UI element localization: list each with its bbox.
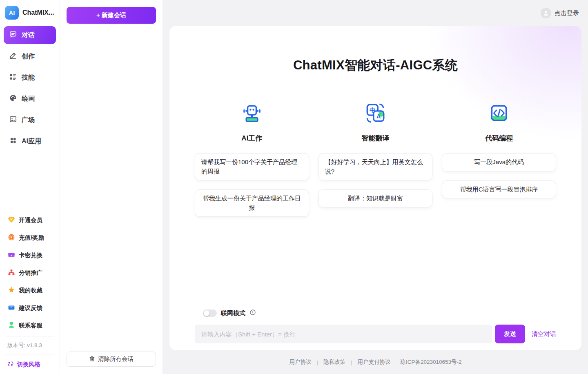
code-icon xyxy=(488,102,510,124)
send-button[interactable]: 发送 xyxy=(495,325,525,343)
gallery-icon xyxy=(9,115,17,125)
suggestion-chips: 【好好学习，天天向上】用英文怎么说? 翻译：知识就是财富 xyxy=(318,153,433,208)
coin-icon: ¥ xyxy=(8,234,15,242)
skills-icon xyxy=(9,73,17,82)
divider xyxy=(5,336,54,336)
sidebar-item-membership[interactable]: 开通会员 xyxy=(4,211,56,229)
footer: 用户协议 | 隐私政策 | 用户支付协议 琼ICP备2023010653号-2 xyxy=(163,350,588,374)
info-icon[interactable] xyxy=(249,309,256,317)
palette-icon xyxy=(9,94,17,104)
feature-ai-work: AI工作 请帮我写一份100个字关于产品经理的周报 帮我生成一份关于产品经理的工… xyxy=(195,102,309,217)
app-root: AI ChatMIX... 对话 创作 技能 绘画 广场 xyxy=(0,0,588,374)
footer-link-privacy-policy[interactable]: 隐私政策 xyxy=(323,358,345,366)
sec-item-label: 开通会员 xyxy=(19,216,42,224)
clear-all-sessions-label: 清除所有会话 xyxy=(98,355,134,363)
sidebar-bottom: 版本号: v1.8.3 切换风格 xyxy=(0,334,60,374)
network-mode-label: 联网模式 xyxy=(221,309,245,317)
sidebar-item-feedback[interactable]: 建议反馈 xyxy=(4,299,56,317)
translate-icon: 中 A xyxy=(364,102,386,124)
sidebar-item-create[interactable]: 创作 xyxy=(4,47,56,65)
chat-input[interactable] xyxy=(195,325,492,343)
sidebar-item-label: 对话 xyxy=(22,31,35,40)
vip-diamond-icon xyxy=(8,216,15,225)
feature-translate: 中 A 智能翻译 【好好学习，天天向上】用英文怎么说? 翻译：知识就是财富 xyxy=(318,102,433,217)
card-icon xyxy=(8,251,15,260)
sidebar-item-label: 绘画 xyxy=(22,95,35,103)
sidebar-item-square[interactable]: 广场 xyxy=(4,111,56,129)
sidebar-item-label: 创作 xyxy=(22,52,35,61)
icp-number: 琼ICP备2023010653号-2 xyxy=(400,358,461,366)
primary-menu: 对话 创作 技能 绘画 广场 AI应用 xyxy=(0,24,60,150)
sec-item-label: 充值/奖励 xyxy=(19,234,44,242)
sec-item-label: 我的收藏 xyxy=(19,287,42,294)
sidebar-item-label: AI应用 xyxy=(22,137,41,146)
feature-columns: AI工作 请帮我写一份100个字关于产品经理的周报 帮我生成一份关于产品经理的工… xyxy=(195,102,556,217)
sidebar-item-support[interactable]: 联系客服 xyxy=(4,317,56,334)
avatar-icon xyxy=(541,8,551,18)
svg-text:A: A xyxy=(377,113,381,120)
sec-item-label: 联系客服 xyxy=(19,322,42,329)
feature-label: AI工作 xyxy=(241,134,262,143)
sidebar-item-recharge[interactable]: ¥ 充值/奖励 xyxy=(4,229,56,247)
feature-code: 代码编程 写一段Java的代码 帮我用C语言写一段冒泡排序 xyxy=(442,102,556,217)
network-mode-toggle[interactable] xyxy=(203,309,217,317)
chat-controls: 联网模式 发送 清空对话 xyxy=(195,309,556,343)
sidebar-item-draw[interactable]: 绘画 xyxy=(4,90,56,108)
footer-separator: | xyxy=(316,359,318,365)
network-mode-row: 联网模式 xyxy=(203,309,556,317)
feature-label: 代码编程 xyxy=(485,134,513,143)
app-logo-icon: AI xyxy=(5,6,19,20)
suggestion-chips: 写一段Java的代码 帮我用C语言写一段冒泡排序 xyxy=(442,153,556,198)
sidebar-item-card-redeem[interactable]: 卡密兑换 xyxy=(4,247,56,264)
sidebar-item-ai-apps[interactable]: AI应用 xyxy=(4,132,56,150)
theme-switch-icon xyxy=(7,361,14,368)
new-session-button[interactable]: + 新建会话 xyxy=(67,7,156,24)
footer-link-payment-agreement[interactable]: 用户支付协议 xyxy=(357,358,390,366)
network-icon xyxy=(8,269,15,277)
clear-all-sessions-button[interactable]: 清除所有会话 xyxy=(67,352,156,367)
sec-item-label: 分销推广 xyxy=(19,269,42,277)
svg-text:¥: ¥ xyxy=(11,235,13,239)
secondary-menu: 开通会员 ¥ 充值/奖励 卡密兑换 分销推广 我的收藏 建议反馈 xyxy=(0,211,60,334)
footer-link-user-agreement[interactable]: 用户协议 xyxy=(289,358,311,366)
sidebar: AI ChatMIX... 对话 创作 技能 绘画 广场 xyxy=(0,0,60,374)
feedback-mail-icon xyxy=(8,304,15,312)
toggle-knob xyxy=(204,310,209,316)
support-agent-icon xyxy=(8,321,15,330)
login-label: 点击登录 xyxy=(555,9,579,17)
topbar: 点击登录 xyxy=(163,0,588,26)
logo-row: AI ChatMIX... xyxy=(0,0,60,24)
sidebar-item-label: 广场 xyxy=(22,116,35,125)
sec-item-label: 建议反馈 xyxy=(19,304,42,312)
sidebar-item-skills[interactable]: 技能 xyxy=(4,69,56,87)
suggestion-chips: 请帮我写一份100个字关于产品经理的周报 帮我生成一份关于产品经理的工作日报 xyxy=(195,153,309,217)
sidebar-item-affiliate[interactable]: 分销推广 xyxy=(4,264,56,282)
switch-style-button[interactable]: 切换风格 xyxy=(4,356,56,371)
divider xyxy=(5,354,54,354)
apps-icon xyxy=(9,136,17,146)
chat-welcome-card: ChatMIX智能对话-AIGC系统 xyxy=(169,26,581,350)
feature-label: 智能翻译 xyxy=(361,134,389,143)
suggestion-chip[interactable]: 写一段Java的代码 xyxy=(442,153,556,171)
suggestion-chip[interactable]: 请帮我写一份100个字关于产品经理的周报 xyxy=(195,153,309,180)
suggestion-chip[interactable]: 帮我生成一份关于产品经理的工作日报 xyxy=(195,189,309,217)
sidebar-item-chat[interactable]: 对话 xyxy=(4,26,56,44)
sidebar-item-favorites[interactable]: 我的收藏 xyxy=(4,282,56,299)
clear-chat-link[interactable]: 清空对话 xyxy=(532,330,556,338)
login-button[interactable]: 点击登录 xyxy=(541,8,579,18)
suggestion-chip[interactable]: 翻译：知识就是财富 xyxy=(318,189,433,208)
robot-icon xyxy=(241,102,263,124)
suggestion-chip[interactable]: 【好好学习，天天向上】用英文怎么说? xyxy=(318,153,433,180)
chat-icon xyxy=(9,30,17,40)
main-area: 点击登录 ChatMIX智能对话-AIGC系统 xyxy=(163,0,588,374)
conversation-panel: + 新建会话 清除所有会话 xyxy=(60,0,163,374)
suggestion-chip[interactable]: 帮我用C语言写一段冒泡排序 xyxy=(442,180,556,199)
version-label: 版本号: v1.8.3 xyxy=(4,338,56,352)
pencil-icon xyxy=(9,51,17,61)
sec-item-label: 卡密兑换 xyxy=(19,252,42,259)
footer-separator: | xyxy=(351,359,352,365)
page-title: ChatMIX智能对话-AIGC系统 xyxy=(293,57,458,74)
sidebar-item-label: 技能 xyxy=(22,73,35,82)
chat-input-row: 发送 清空对话 xyxy=(195,325,556,343)
app-title: ChatMIX... xyxy=(22,9,54,16)
